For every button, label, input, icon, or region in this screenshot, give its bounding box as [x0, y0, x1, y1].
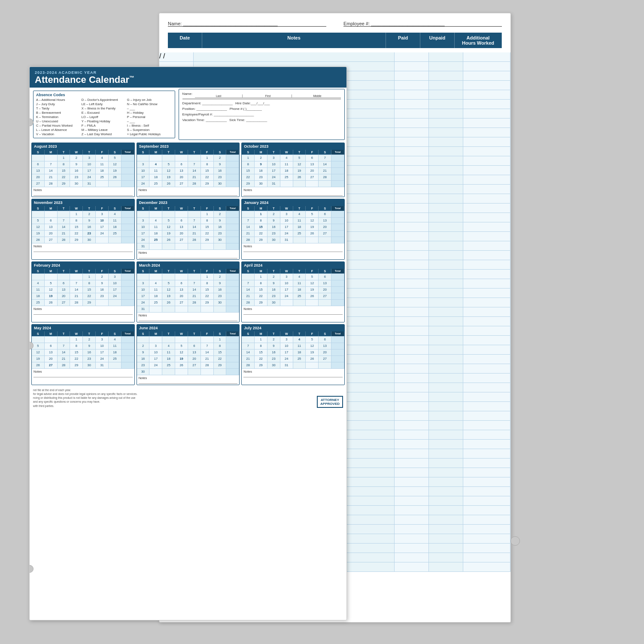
calendar-week-row: 282930: [242, 299, 344, 306]
calendars-container: August 2023SMTWTFSTotal12345678910111213…: [30, 141, 346, 386]
calendar-week-row: 22232425262728: [242, 174, 344, 180]
calendar-block: February 2024SMTWTFSTotal123456789101112…: [31, 261, 135, 322]
calendar-week-row: 17181920212223: [137, 174, 240, 180]
calendar-week-row: 19202122232425: [32, 355, 134, 362]
calendar-week-row: 31: [137, 243, 240, 249]
calendar-week-row: 24252627282930: [137, 180, 240, 187]
col-paid: Paid: [386, 33, 420, 48]
calendar-block: July 2024SMTWTFSTotal1234567891011121314…: [241, 324, 345, 385]
back-employee-label: Employee #: ____________________________: [343, 21, 502, 27]
calendar-block: May 2024SMTWTFSTotal12345678910111213141…: [31, 324, 135, 385]
calendar-month-header: December 2023: [137, 199, 240, 206]
absence-codes-grid: A – Additional HoursJ – Jury DutyT – Tar…: [36, 98, 172, 136]
calendar-week-row: 30: [137, 368, 240, 375]
front-page: 2023-2024 ACADEMIC YEAR Attendance Calen…: [29, 67, 347, 620]
calendar-week-row: 3456789: [137, 217, 240, 224]
calendar-week-row: 12345: [32, 155, 134, 161]
notes-label: Notes: [33, 307, 42, 311]
calendar-week-row: 15161718192021: [242, 167, 344, 174]
notes-label: Notes: [243, 307, 252, 311]
back-name-row: Name: __________________________________…: [168, 21, 502, 27]
calendar-week-row: 3456789: [137, 280, 240, 286]
notes-label: Notes: [139, 313, 147, 317]
notes-label: Notes: [139, 376, 147, 380]
calendar-week-row: 21222324252627: [242, 293, 344, 299]
calendar-week-row: 12: [137, 155, 240, 161]
calendar-week-row: 2728293031: [32, 180, 134, 187]
calendar-week-row: 2345678: [137, 343, 240, 349]
calendar-week-row: 567891011: [32, 217, 134, 224]
calendar-week-row: 24252627282930: [137, 299, 240, 306]
calendar-week-row: 21222324252627: [242, 230, 344, 237]
calendar-week-row: 6789101112: [32, 161, 134, 167]
calendar-block: April 2024SMTWTFSTotal123456789101112131…: [241, 261, 345, 322]
calendar-block: March 2024SMTWTFSTotal123456789101112131…: [137, 261, 240, 322]
hole-punch: [510, 536, 520, 546]
notes-label: Notes: [243, 188, 252, 192]
col-notes: Notes: [202, 33, 386, 48]
calendar-week-row: 23242526272829: [137, 362, 240, 368]
calendar-week-row: 14151617181920: [242, 224, 344, 230]
calendar-week-row: 10111213141516: [137, 286, 240, 293]
calendar-week-row: 10111213141516: [137, 167, 240, 174]
calendar-week-row: 14151617181920: [242, 286, 344, 293]
calendar-month-header: August 2023: [32, 143, 134, 150]
notes-label: Notes: [243, 370, 252, 374]
calendar-week-row: 18192021222324: [32, 293, 134, 299]
calendar-week-row: 16171819202122: [137, 355, 240, 362]
back-name-label: Name: __________________________________…: [168, 21, 326, 27]
calendar-week-row: 10111213141516: [137, 224, 240, 230]
calendar-month-header: April 2024: [242, 262, 344, 269]
col-unpaid: Unpaid: [420, 33, 455, 48]
calendar-week-row: 1: [137, 336, 240, 343]
calendar-week-row: 11121314151617: [32, 286, 134, 293]
calendar-block: September 2023SMTWTFSTotal12345678910111…: [137, 143, 240, 197]
fp-title: Attendance Calendar™: [35, 75, 341, 85]
disclaimer: nel file at the end of each year. for le…: [30, 386, 346, 409]
calendar-week-row: 1234: [32, 211, 134, 217]
calendar-week-row: 17181920212223: [137, 230, 240, 237]
col-additional: AdditionalHours Worked: [455, 33, 502, 48]
calendar-month-header: November 2023: [32, 199, 134, 206]
calendar-week-row: 293031: [242, 180, 344, 187]
calendar-week-row: 1234: [32, 336, 134, 343]
calendar-week-row: 2627282930: [32, 237, 134, 243]
notes-label: Notes: [139, 251, 147, 255]
calendar-week-row: 14151617181920: [242, 349, 344, 355]
notes-label: Notes: [33, 244, 42, 248]
calendar-week-row: 19202122232425: [32, 230, 134, 237]
calendar-month-header: June 2024: [137, 325, 240, 331]
calendar-month-header: May 2024: [32, 325, 134, 331]
calendar-week-row: 567891011: [32, 343, 134, 349]
calendar-block: December 2023SMTWTFSTotal123456789101112…: [137, 199, 240, 260]
calendar-block: October 2023SMTWTFSTotal1234567891011121…: [241, 143, 345, 197]
calendar-week-row: 262728293031: [32, 362, 134, 368]
calendar-block: June 2024SMTWTFSTotal1234567891011121314…: [137, 324, 240, 385]
absence-codes-box: Absence Codes A – Additional HoursJ – Ju…: [33, 91, 175, 138]
calendar-week-row: 123456: [242, 211, 344, 217]
calendar-week-row: 78910111213: [242, 280, 344, 286]
calendar-week-row: 891011121314: [242, 161, 344, 167]
calendar-week-row: 123: [32, 273, 134, 280]
calendar-month-header: March 2024: [137, 262, 240, 269]
calendar-block: January 2024SMTWTFSTotal1234567891011121…: [241, 199, 345, 260]
calendar-week-row: 3456789: [137, 161, 240, 167]
calendar-week-row: 28293031: [242, 237, 344, 243]
absence-codes-title: Absence Codes: [36, 93, 172, 97]
calendar-week-row: 45678910: [32, 280, 134, 286]
notes-label: Notes: [139, 188, 147, 192]
calendar-week-row: 21222324252627: [242, 355, 344, 362]
calendar-month-header: February 2024: [32, 262, 134, 269]
col-date: Date: [168, 33, 202, 48]
calendar-week-row: 123456: [242, 336, 344, 343]
calendar-week-row: 24252627282930: [137, 237, 240, 243]
calendar-month-header: July 2024: [242, 325, 344, 331]
notes-label: Notes: [33, 370, 42, 374]
calendar-week-row: 31: [137, 306, 240, 312]
notes-label: Notes: [243, 244, 252, 248]
calendar-block: November 2023SMTWTFSTotal123456789101112…: [31, 199, 135, 260]
back-table-header: Date Notes Paid Unpaid AdditionalHours W…: [168, 33, 502, 48]
calendar-month-header: September 2023: [137, 143, 240, 150]
calendar-block: August 2023SMTWTFSTotal12345678910111213…: [31, 143, 135, 197]
calendar-week-row: 78910111213: [242, 343, 344, 349]
